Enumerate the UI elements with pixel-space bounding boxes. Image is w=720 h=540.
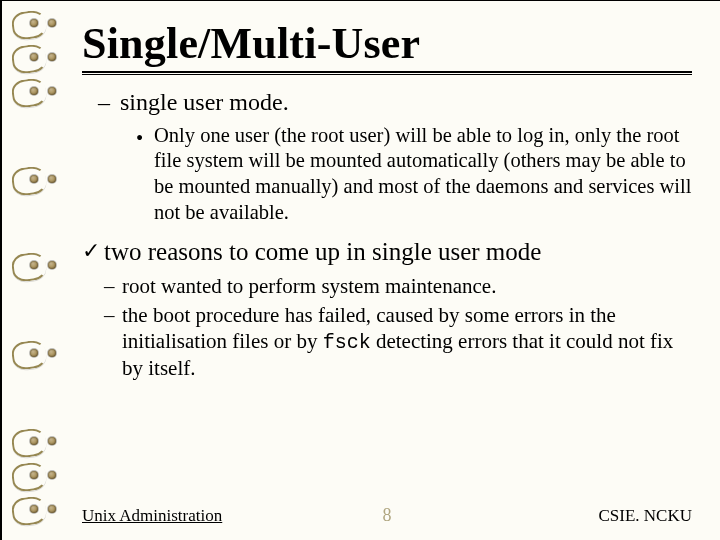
bullet-text: two reasons to come up in single user mo…	[104, 237, 541, 267]
subbullet-single-user-detail: • Only one user (the root user) will be …	[136, 123, 692, 226]
subbullet-text: Only one user (the root user) will be ab…	[154, 123, 692, 226]
bullet-two-reasons: ✓ two reasons to come up in single user …	[82, 237, 692, 267]
slide-title: Single/Multi-User	[82, 21, 692, 67]
bullet-text: single user mode.	[120, 89, 289, 115]
dash-bullet-icon: –	[104, 302, 122, 382]
reason-1: – root wanted to perform system maintena…	[104, 273, 692, 299]
slide: Single/Multi-User – single user mode. • …	[0, 0, 720, 540]
footer-left: Unix Administration	[82, 506, 222, 526]
bullet-single-user-mode: – single user mode.	[100, 89, 692, 117]
reason-text: root wanted to perform system maintenanc…	[122, 273, 496, 299]
footer-right: CSIE. NCKU	[598, 506, 692, 526]
reason-2: – the boot procedure has failed, caused …	[104, 302, 692, 382]
slide-content: Single/Multi-User – single user mode. • …	[82, 21, 692, 490]
footer-page-number: 8	[383, 505, 392, 526]
title-underline	[82, 71, 692, 75]
dash-bullet-icon: –	[98, 89, 114, 117]
spiral-binding	[2, 1, 48, 540]
slide-footer: Unix Administration 8 CSIE. NCKU	[82, 498, 692, 526]
dash-bullet-icon: –	[104, 273, 122, 299]
dot-bullet-icon: •	[136, 126, 154, 226]
reason-2-code: fsck	[323, 331, 371, 354]
check-bullet-icon: ✓	[82, 239, 104, 263]
reason-text: the boot procedure has failed, caused by…	[122, 302, 692, 382]
